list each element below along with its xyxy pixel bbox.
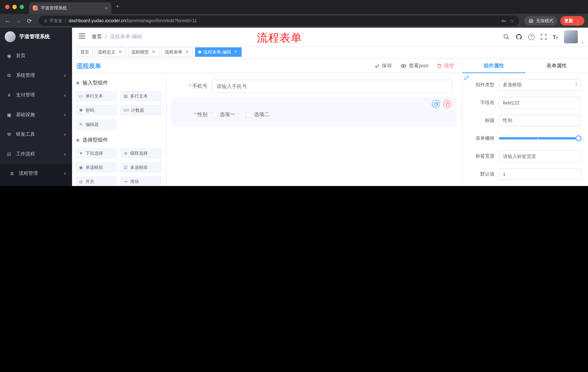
clear-button[interactable]: 清空 [437, 63, 454, 69]
palette-item-text-field[interactable]: ▭单行文本 [76, 91, 117, 101]
sidebar-item-workflow[interactable]: ⊟ 工作流程 ∧ [0, 144, 72, 164]
security-warning[interactable]: ⚠ 不安全 [44, 18, 63, 24]
close-window-button[interactable] [5, 5, 10, 9]
view-json-label: 查看json [409, 63, 428, 69]
palette-item-counter[interactable]: 123计数器 [120, 105, 162, 115]
back-icon[interactable]: ← [4, 18, 12, 24]
tag-process-form-edit[interactable]: 流程表单-编辑 × [195, 47, 242, 57]
breadcrumb-home[interactable]: 首页 [92, 33, 102, 40]
designer-title: 流程表单 [76, 62, 101, 70]
sidebar-item-infrastructure[interactable]: ▣ 基础设施 ∨ [0, 105, 72, 125]
sidebar: 芋道管理系统 ◉ 首页 ⚙ 系统管理 ∨ ¥ 支付管理 ∨ ▣ 基础设施 ∨ ⚒… [0, 28, 72, 186]
sidebar-item-devtools[interactable]: ⚒ 研发工具 ∨ [0, 125, 72, 144]
gender-option-2[interactable]: 选项二 [246, 111, 269, 118]
copy-button[interactable] [432, 100, 440, 108]
url-path: /bpm/manager/form/edit?formId=11 [126, 18, 197, 23]
tab-form-props[interactable]: 表单属性 [525, 59, 588, 73]
close-icon[interactable]: × [117, 50, 123, 55]
selected-component-gender[interactable]: 性别 选项一 选项二 [171, 97, 456, 126]
save-button[interactable]: 保存 [375, 63, 392, 69]
update-label: 更新 [564, 18, 573, 24]
view-json-button[interactable]: 查看json [401, 63, 428, 69]
phone-field[interactable]: 手机号 [171, 80, 452, 93]
gear-icon: ⚙ [6, 73, 12, 78]
close-icon[interactable]: × [184, 50, 189, 55]
palette-item-select[interactable]: ▾下拉选择 [76, 148, 117, 158]
sidebar-item-system[interactable]: ⚙ 系统管理 ∨ [0, 65, 72, 85]
tag-home[interactable]: 首页 [77, 47, 92, 57]
palette-item-password[interactable]: ✱密码 [76, 105, 117, 115]
sidebar-item-home[interactable]: ◉ 首页 [0, 46, 72, 65]
zoom-window-button[interactable] [20, 5, 24, 9]
app-logo[interactable]: 芋道管理系统 [0, 28, 72, 46]
slider-handle[interactable] [576, 135, 581, 141]
grid-slider[interactable] [499, 132, 581, 144]
tag-process-definition[interactable]: 流程定义 × [94, 47, 126, 57]
chevron-down-icon: ∨ [63, 93, 66, 97]
breadcrumb-separator: / [105, 34, 107, 40]
sidebar-item-payment[interactable]: ¥ 支付管理 ∨ [0, 85, 72, 105]
tab-component-props[interactable]: 组件属性 [462, 59, 525, 73]
hamburger-icon[interactable] [79, 33, 85, 39]
palette-item-editor[interactable]: ✎编辑器 [76, 119, 117, 130]
palette-item-switch[interactable]: ◎开关 [76, 177, 117, 186]
title-input[interactable] [499, 115, 581, 126]
close-icon[interactable]: × [151, 50, 156, 55]
incognito-icon [528, 18, 534, 23]
tag-process-form[interactable]: 流程表单 × [162, 47, 193, 57]
help-icon[interactable]: ? [528, 34, 534, 40]
palette-item-label: 计数器 [131, 107, 144, 113]
close-icon[interactable]: × [105, 5, 108, 11]
component-type-value[interactable] [499, 79, 581, 91]
sidebar-item-process-management[interactable]: ≣ 流程管理 ∧ [0, 164, 72, 183]
phone-input[interactable] [212, 80, 452, 93]
palette-item-label: 开关 [85, 179, 94, 185]
slider-track [499, 137, 581, 139]
gender-option-1[interactable]: 选项一 [212, 111, 235, 118]
favicon [33, 5, 38, 11]
address-bar[interactable]: ⚠ 不安全 dashboard.yudao.iocoder.cn/bpm/man… [39, 16, 519, 26]
chevron-down-icon[interactable]: ∨ [581, 41, 584, 44]
minimize-window-button[interactable] [12, 5, 17, 9]
palette-item-checkbox-group[interactable]: ☑多选框组 [120, 162, 162, 172]
app-navbar: 首页 / 流程表单-编辑 流程表单 ? TT ∨ [72, 28, 588, 46]
browser-toolbar: ← → ⟳ ⚠ 不安全 dashboard.yudao.iocoder.cn/b… [0, 14, 588, 28]
sidebar-item-label: 支付管理 [16, 92, 35, 98]
list-icon: ≣ [9, 170, 15, 176]
search-icon[interactable] [503, 34, 509, 40]
properties-panel: 组件属性 表单属性 组件类型 ▾ 字段名 [462, 59, 588, 186]
browser-tab[interactable]: 芋道管理系统 × [29, 2, 111, 14]
new-tab-button[interactable]: + [116, 3, 119, 10]
palette-item-slider[interactable]: ⊸滑块 [120, 177, 162, 186]
avatar[interactable] [564, 30, 578, 43]
close-icon[interactable]: × [233, 50, 238, 55]
sidebar-item-process-form[interactable]: ▤ 流程表单 [0, 183, 72, 186]
tag-process-model[interactable]: 流程模型 × [128, 47, 159, 57]
window-controls [5, 5, 24, 9]
palette-item-textarea[interactable]: ▤多行文本 [120, 91, 162, 101]
radio-group-icon: ◉ [79, 165, 83, 170]
github-icon[interactable] [515, 33, 522, 40]
active-dot [198, 51, 201, 53]
delete-button[interactable] [443, 100, 451, 108]
sidebar-item-label: 首页 [16, 53, 25, 59]
update-button[interactable]: 更新 ⋮ [560, 16, 584, 25]
default-value-input[interactable] [499, 168, 581, 180]
component-group-icon: ❖ [76, 80, 80, 86]
palette-item-label: 单选框组 [85, 164, 103, 170]
font-size-icon[interactable]: TT [553, 34, 558, 40]
reload-icon[interactable]: ⟳ [25, 17, 33, 24]
sidebar-item-label: 流程管理 [19, 170, 38, 177]
label-width-input[interactable] [499, 150, 581, 162]
component-type-select[interactable]: ▾ [499, 79, 581, 91]
key-icon[interactable] [501, 18, 507, 23]
bookmark-star-icon[interactable]: ☆ [510, 18, 514, 24]
field-name-input[interactable] [499, 97, 581, 108]
palette-item-cascader[interactable]: ⋔级联选择 [120, 148, 162, 158]
forward-icon[interactable]: → [15, 18, 22, 24]
kebab-menu-icon[interactable]: ⋮ [576, 18, 580, 23]
security-label: 不安全 [50, 18, 63, 24]
palette-item-radio-group[interactable]: ◉单选框组 [76, 162, 117, 172]
chevron-down-icon[interactable]: ∨ [576, 23, 578, 27]
fullscreen-icon[interactable] [541, 34, 546, 40]
